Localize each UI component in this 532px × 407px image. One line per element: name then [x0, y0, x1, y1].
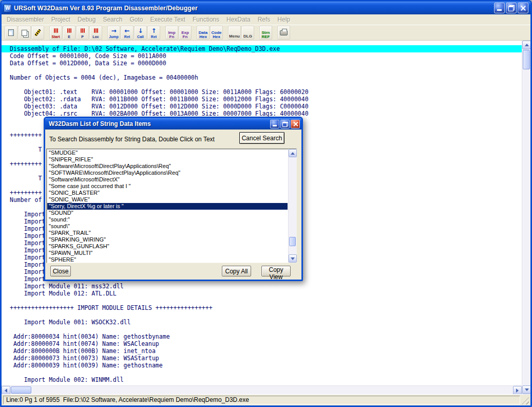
dynamite-icon [94, 27, 98, 34]
call-button[interactable]: ↓Call [134, 26, 147, 40]
string-item[interactable]: "SPARKING_WIRING" [47, 236, 288, 243]
dialog-title-bar: W32Dasm List of String Data Items [45, 118, 301, 130]
string-item[interactable]: "SPHERE" [47, 256, 288, 262]
export-functions-button[interactable]: Exp Fn [179, 26, 192, 40]
scroll-right-button[interactable] [513, 386, 522, 395]
disassembly-line: Addr:80000034 hint(0034) Name: gethostby… [2, 333, 522, 340]
string-item[interactable]: "SNIPER_RIFLE" [47, 156, 288, 163]
dynamite-icon [54, 27, 58, 34]
copy-pages-icon [22, 29, 27, 36]
disassembly-line: Data Offset = 0012D000, Data Size = 0000… [2, 60, 522, 67]
vertical-scroll-thumb[interactable] [523, 50, 530, 69]
string-item[interactable]: "Software\Microsoft\DirectPlay\Applicati… [47, 163, 288, 170]
menu-item-functions[interactable]: Functions [189, 14, 223, 25]
list-scrollbar[interactable] [288, 149, 296, 263]
hex-code-button[interactable]: Code Hex [210, 26, 223, 40]
app-icon: W [4, 4, 12, 12]
cancel-search-button[interactable]: Cancel Search [239, 132, 284, 144]
dialog-close-x-button[interactable] [291, 120, 300, 128]
disassembly-line: Object04: .rsrc RVA: 002BA000 Offset: 00… [2, 110, 522, 117]
string-item[interactable]: "Some case just occurred that I " [47, 183, 288, 190]
open-file-button[interactable] [5, 26, 17, 40]
jump-to-button[interactable]: →Jump [107, 26, 120, 40]
goto-location-button[interactable]: Loc [89, 26, 102, 40]
minimize-icon [497, 9, 502, 11]
list-scroll-thumb[interactable] [289, 237, 296, 246]
string-item[interactable]: "SPARK_TRAIL" [47, 230, 288, 236]
disassembly-line: Addr:80000074 hint(0074) Name: WSACleanu… [2, 340, 522, 347]
disassembly-line: Addr:80000039 hint(0039) Name: gethostna… [2, 362, 522, 369]
string-item[interactable]: "SOUND" [47, 210, 288, 216]
menu-bar: DisassemblerProjectDebugSearchGotoExecut… [2, 14, 530, 25]
arrow-up-icon [291, 152, 295, 155]
restore-button[interactable] [506, 3, 517, 13]
menu-item-debug[interactable]: Debug [74, 14, 99, 25]
dialog-minimize-button[interactable] [270, 120, 279, 128]
dynamite-icon [67, 27, 71, 34]
list-scroll-up-button[interactable] [289, 149, 297, 157]
menu-item-refs[interactable]: Refs [254, 14, 274, 25]
horizontal-scroll-thumb[interactable] [11, 386, 31, 394]
menu-item-project[interactable]: Project [48, 14, 74, 25]
string-item[interactable]: "Software\Microsoft\DirectX" [47, 176, 288, 183]
string-item[interactable]: "sound\" [47, 223, 288, 230]
menu-item-disassembler[interactable]: Disassembler [3, 14, 48, 25]
menu-item-search[interactable]: Search [99, 14, 126, 25]
copy-all-button[interactable]: Copy All [222, 266, 251, 276]
vertical-scrollbar[interactable] [522, 41, 530, 394]
toolbar: StartEPLoc→Jump←Ret↓Call↑RetImp FnExp Fn… [2, 25, 530, 41]
resize-grip-icon[interactable] [522, 397, 529, 404]
return-arrow-icon: ← [124, 27, 129, 34]
copy-view-button[interactable]: Copy View [261, 266, 291, 276]
menu-item-goto[interactable]: Goto [126, 14, 146, 25]
disassembly-line: Import Module 012: ATL.DLL [2, 290, 522, 297]
string-item[interactable]: "SPAWN_MULTI" [47, 250, 288, 256]
dialog-title: W32Dasm List of String Data Items [47, 120, 269, 127]
return-arrow-icon: ↑ [151, 27, 156, 34]
string-item[interactable]: "SOFTWARE\Microsoft\DirectPlay\Applicati… [47, 170, 288, 176]
scroll-down-button[interactable] [522, 385, 531, 394]
debug-start-button[interactable]: Start [49, 26, 62, 40]
dialog-maximize-button[interactable] [280, 120, 290, 128]
arrow-up-icon [525, 44, 529, 46]
string-item[interactable]: "SONIC_WAVE" [47, 196, 288, 203]
close-button[interactable] [518, 3, 528, 13]
disassembly-line: Import Module 002: WINMM.dll [2, 376, 522, 383]
minimize-icon [273, 125, 277, 126]
menu-item-help[interactable]: Help [274, 14, 294, 25]
disassembly-line: Object02: .rdata RVA: 0011B000 Offset: 0… [2, 96, 522, 103]
string-item[interactable]: "SPARKS_GUNFLASH" [47, 243, 288, 250]
scroll-left-button[interactable] [2, 386, 10, 395]
disassembly-line: Addr:80000073 hint(0073) Name: WSAStartu… [2, 355, 522, 362]
string-refs-button[interactable]: Strn REF [259, 26, 272, 40]
menu-item-execute-text[interactable]: Execute Text [146, 14, 188, 25]
string-list[interactable]: "SMUDGE""SNIPER_RIFLE""Software\Microsof… [46, 149, 297, 263]
scroll-up-button[interactable] [522, 41, 531, 49]
string-item-selected[interactable]: "Sorry, DirectX %g or later is " [47, 203, 288, 210]
dialog-close-button[interactable]: Close [50, 266, 71, 276]
jump-arrow-icon: → [111, 27, 116, 34]
goto-page-button[interactable]: P [76, 26, 89, 40]
disassembly-line [2, 369, 522, 376]
string-item[interactable]: "SMUDGE" [47, 150, 288, 156]
horizontal-scrollbar[interactable] [2, 385, 522, 394]
goto-entry-button[interactable]: E [63, 26, 75, 40]
dialog-resources-button[interactable]: DLG [241, 26, 254, 40]
copy-button[interactable] [18, 26, 31, 40]
return-jump-button[interactable]: ←Ret [121, 26, 134, 40]
string-data-dialog: W32Dasm List of String Data Items To Sea… [44, 117, 303, 281]
return-call-button[interactable]: ↑Ret [147, 26, 160, 40]
disassembly-line [2, 67, 522, 74]
menu-resources-button[interactable]: Menu [228, 26, 241, 40]
list-scroll-down-button[interactable] [289, 254, 297, 263]
import-functions-button[interactable]: Imp Fn [165, 26, 178, 40]
disassemble-button[interactable] [31, 26, 44, 40]
string-item[interactable]: "sound:" [47, 216, 288, 223]
arrow-right-icon [516, 388, 519, 393]
string-item[interactable]: "SONIC_BLASTER" [47, 190, 288, 196]
hex-data-button[interactable]: Data Hex [197, 26, 210, 40]
minimize-button[interactable] [494, 3, 505, 13]
menu-item-hexdata[interactable]: HexData [223, 14, 254, 25]
disassembly-line: ++++++++++++++++++ IMPORT MODULE DETAILS… [2, 304, 522, 311]
print-button[interactable] [277, 26, 290, 40]
